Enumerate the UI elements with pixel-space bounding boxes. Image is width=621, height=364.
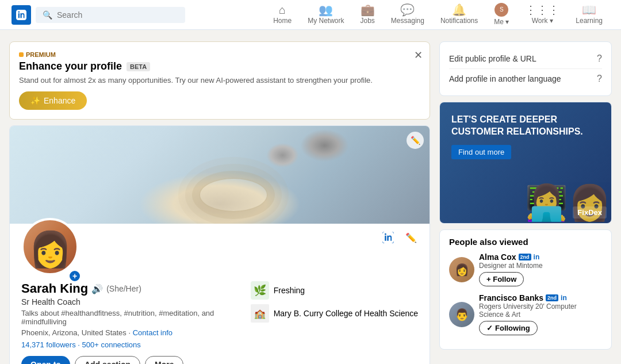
profile-stats: 14,371 followers · 500+ connections <box>21 340 239 349</box>
profile-cover: ✏️ <box>10 126 430 224</box>
profile-buttons: Open to Add section More <box>21 356 239 364</box>
person-1-name-text: Alma Cox <box>479 252 516 262</box>
profile-avatar: 👩 <box>21 218 79 275</box>
stats-separator: · <box>78 340 82 349</box>
ad-headline: LET'S CREATE DEEPER CUSTOMER RELATIONSHI… <box>451 114 600 138</box>
help-icon-2[interactable]: ? <box>597 74 602 84</box>
notifications-icon: 🔔 <box>452 4 466 16</box>
nav-network[interactable]: 👥 My Network <box>301 2 351 28</box>
location-text: Phoenix, Arizona, United States <box>21 328 126 337</box>
person-item-2: 👨 Francisco Banks 2nd in Rogers Universi… <box>449 293 602 335</box>
profile-right: 🌿 Freshing 🏫 Mary B. Curry College of He… <box>251 281 418 364</box>
follow-button-1[interactable]: + Follow <box>479 272 524 286</box>
nav-notifications-label: Notifications <box>440 17 478 25</box>
avatar: S <box>494 3 508 17</box>
premium-text: PREMIUM <box>26 51 56 58</box>
person-item-1: 👩 Alma Cox 2nd in Designer at Mintome + … <box>449 252 602 286</box>
beta-badge: BETA <box>126 62 150 71</box>
linkedin-share-button[interactable] <box>379 228 397 247</box>
people-also-viewed-title: People also viewed <box>449 237 602 247</box>
nav-network-label: My Network <box>308 17 344 25</box>
person-1-degree: 2nd <box>519 254 531 260</box>
nav-messaging[interactable]: 💬 Messaging <box>384 2 431 28</box>
person-2-linkedin-icon: in <box>561 294 567 302</box>
person-2-name[interactable]: Francisco Banks 2nd in <box>479 293 602 302</box>
premium-dot <box>19 52 24 57</box>
company-row: 🌿 Freshing <box>251 281 418 300</box>
nav-me[interactable]: S Me ▾ <box>487 1 516 29</box>
nav-notifications[interactable]: 🔔 Notifications <box>434 2 485 28</box>
enhance-icon: ✨ <box>30 96 40 105</box>
school-row: 🏫 Mary B. Curry College of Health Scienc… <box>251 304 418 323</box>
nav-work[interactable]: ⋮⋮⋮ Work ▾ <box>518 2 566 28</box>
following-label-2: Following <box>495 324 530 332</box>
premium-title-text: Enhance your profile <box>19 60 122 72</box>
premium-description: Stand out for almost 2x as many opportun… <box>19 76 420 85</box>
ad-cta-button[interactable]: Find out more <box>451 145 511 159</box>
profile-about: Talks about #healthandfitness, #nutritio… <box>21 309 239 326</box>
main-column: PREMIUM Enhance your profile BETA Stand … <box>9 41 430 364</box>
person-1-avatar: 👩 <box>449 257 474 282</box>
followers-count[interactable]: 14,371 followers <box>21 340 76 349</box>
nav-learning-label: Learning <box>576 17 603 25</box>
edit-profile-button[interactable]: ✏️ <box>402 228 420 247</box>
ad-card: LET'S CREATE DEEPER CUSTOMER RELATIONSHI… <box>439 102 612 224</box>
ad-logo: FixDex <box>573 206 607 219</box>
contact-info-link[interactable]: Contact info <box>133 328 172 337</box>
connections-count[interactable]: 500+ connections <box>82 340 141 349</box>
person-2-avatar: 👨 <box>449 302 474 327</box>
nav-work-label: Work ▾ <box>532 17 553 25</box>
enhance-button[interactable]: ✨ Enhance <box>19 91 87 110</box>
edit-profile-url-text: Edit public profile & URL <box>449 54 536 63</box>
company-icon: 🌿 <box>251 281 269 300</box>
add-section-button[interactable]: Add section <box>75 356 140 364</box>
person-1-desc: Designer at Mintome <box>479 262 602 270</box>
nav-jobs[interactable]: 💼 Jobs <box>354 2 382 28</box>
work-icon: ⋮⋮⋮ <box>525 4 559 16</box>
people-also-viewed-card: People also viewed 👩 Alma Cox 2nd in Des… <box>439 229 612 350</box>
person-1-name[interactable]: Alma Cox 2nd in <box>479 252 602 262</box>
school-name[interactable]: Mary B. Curry College of Health Science <box>274 309 418 318</box>
company-name[interactable]: Freshing <box>274 286 305 295</box>
help-icon-1[interactable]: ? <box>597 53 602 64</box>
navbar: 🔍 ⌂ Home 👥 My Network 💼 Jobs 💬 Messaging… <box>0 0 621 30</box>
edit-profile-url-link[interactable]: Edit public profile & URL ? <box>449 49 602 69</box>
location-separator: · <box>128 328 132 337</box>
linkedin-logo[interactable] <box>12 5 31 25</box>
more-button[interactable]: More <box>145 356 183 364</box>
nav-me-label: Me ▾ <box>494 18 509 26</box>
following-button-2[interactable]: ✓ Following <box>479 321 538 335</box>
jobs-icon: 💼 <box>361 4 375 16</box>
ad-content: LET'S CREATE DEEPER CUSTOMER RELATIONSHI… <box>440 102 611 223</box>
enhance-label: Enhance <box>44 96 75 105</box>
home-icon: ⌂ <box>279 4 286 16</box>
profile-title: Sr Health Coach <box>21 297 239 306</box>
main-layout: PREMIUM Enhance your profile BETA Stand … <box>0 30 621 364</box>
person-1-info: Alma Cox 2nd in Designer at Mintome + Fo… <box>479 252 602 286</box>
pronouns: (She/Her) <box>106 284 141 293</box>
follow-icon-1: + <box>486 275 491 283</box>
nav-home[interactable]: ⌂ Home <box>266 2 298 28</box>
person-2-name-text: Francisco Banks <box>479 293 543 302</box>
cover-circles <box>199 178 268 212</box>
close-button[interactable]: ✕ <box>414 49 423 62</box>
add-language-text: Add profile in another language <box>449 74 561 83</box>
profile-card: ✏️ ✏️ 👩 + Sarah King <box>9 125 430 364</box>
open-to-button[interactable]: Open to <box>21 356 70 364</box>
speaker-icon[interactable]: 🔊 <box>91 283 103 294</box>
premium-banner: PREMIUM Enhance your profile BETA Stand … <box>9 41 430 120</box>
person-2-degree: 2nd <box>546 294 558 301</box>
profile-name: Sarah King 🔊 (She/Her) <box>21 281 239 296</box>
learning-icon: 📖 <box>582 4 596 16</box>
add-language-link[interactable]: Add profile in another language ? <box>449 69 602 89</box>
add-photo-button[interactable]: + <box>68 270 81 282</box>
edit-cover-button[interactable]: ✏️ <box>407 132 424 149</box>
nav-learning[interactable]: 📖 Learning <box>569 2 610 28</box>
school-icon: 🏫 <box>251 304 269 323</box>
name-text: Sarah King <box>21 281 88 296</box>
ad-text: LET'S CREATE DEEPER CUSTOMER RELATIONSHI… <box>451 114 600 159</box>
search-input[interactable] <box>57 10 178 20</box>
person-1-linkedin-icon: in <box>534 253 540 261</box>
search-bar[interactable]: 🔍 <box>36 7 185 23</box>
nav-jobs-label: Jobs <box>361 17 375 25</box>
